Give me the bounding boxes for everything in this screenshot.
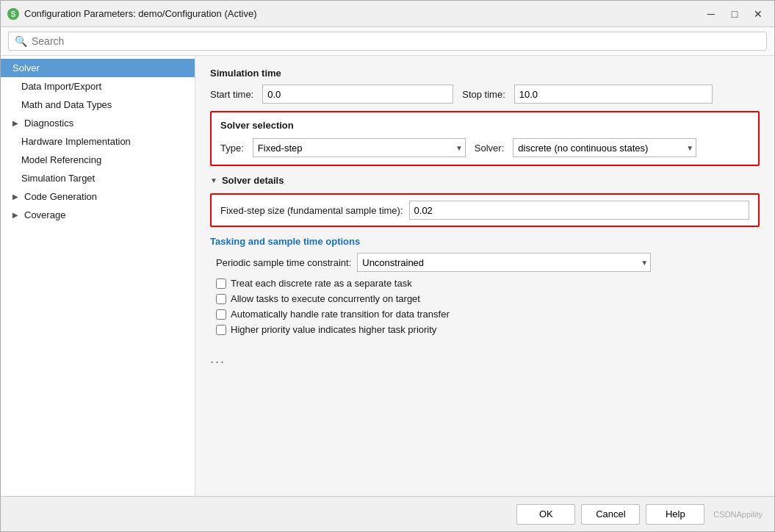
sidebar-item-simulation-target[interactable]: Simulation Target — [1, 169, 195, 187]
checkbox-priority[interactable] — [216, 325, 226, 335]
solver-details-header[interactable]: ▼ Solver details — [210, 175, 760, 186]
checkbox-row-1: Treat each discrete rate as a separate t… — [210, 278, 760, 289]
watermark: CSDNAppility — [713, 510, 763, 519]
minimize-button[interactable]: ─ — [701, 6, 721, 22]
simulation-time-title: Simulation time — [210, 68, 760, 79]
sidebar-item-hardware-impl[interactable]: Hardware Implementation — [1, 132, 195, 151]
tasking-title: Tasking and sample time options — [210, 236, 760, 247]
sidebar-item-model-referencing[interactable]: Model Referencing — [1, 151, 195, 169]
diagnostics-label: Diagnostics — [24, 118, 73, 129]
fixed-step-box: Fixed-step size (fundamental sample time… — [210, 193, 760, 227]
checkbox-rate-transition[interactable] — [216, 309, 226, 320]
stop-time-label: Stop time: — [462, 89, 505, 100]
data-import-label: Data Import/Export — [21, 81, 101, 92]
sim-target-label: Simulation Target — [21, 173, 95, 184]
start-time-input[interactable] — [262, 85, 453, 104]
solver-selection-row: Type: Fixed-step ▼ Solver: discrete (no … — [220, 138, 749, 157]
sidebar-item-code-generation[interactable]: ▶ Code Generation — [1, 187, 195, 206]
sidebar: Solver Data Import/Export Math and Data … — [1, 56, 195, 496]
main-content: Solver Data Import/Export Math and Data … — [1, 56, 774, 496]
main-panel: Simulation time Start time: Stop time: S… — [195, 56, 774, 496]
solver-details-title: Solver details — [222, 175, 284, 186]
stop-time-input[interactable] — [514, 85, 713, 104]
checkbox-row-3: Automatically handle rate transition for… — [210, 309, 760, 320]
sidebar-item-coverage[interactable]: ▶ Coverage — [1, 206, 195, 224]
ok-button[interactable]: OK — [516, 504, 575, 525]
sidebar-item-data-import-export[interactable]: Data Import/Export — [1, 77, 195, 96]
ellipsis: ... — [210, 344, 760, 374]
solver-details-arrow: ▼ — [210, 176, 217, 184]
close-button[interactable]: ✕ — [748, 6, 768, 22]
solver-label: Solver: — [475, 143, 504, 154]
type-select[interactable]: Fixed-step — [253, 138, 466, 157]
fixed-step-input[interactable] — [409, 201, 749, 220]
help-button[interactable]: Help — [646, 504, 704, 525]
diagnostics-arrow: ▶ — [12, 119, 21, 127]
svg-text:S: S — [11, 10, 16, 18]
app-icon: S — [7, 7, 20, 21]
code-gen-arrow: ▶ — [12, 193, 21, 201]
search-wrap: 🔍 — [8, 32, 767, 51]
checkbox1-label: Treat each discrete rate as a separate t… — [231, 278, 412, 289]
periodic-label: Periodic sample time constraint: — [216, 257, 351, 268]
type-select-wrap: Fixed-step ▼ — [253, 138, 466, 157]
window-title: Configuration Parameters: demo/Configura… — [24, 8, 696, 19]
checkbox-row-4: Higher priority value indicates higher t… — [210, 324, 760, 335]
checkbox-concurrent[interactable] — [216, 294, 226, 304]
math-data-label: Math and Data Types — [21, 99, 112, 110]
periodic-select-wrap: Unconstrained ▼ — [357, 253, 651, 272]
footer: OK Cancel Help CSDNAppility — [1, 496, 774, 531]
fixed-step-label: Fixed-step size (fundamental sample time… — [220, 205, 403, 216]
solver-select-wrap: discrete (no continuous states) ▼ — [513, 138, 696, 157]
solver-label: Solver — [12, 62, 40, 73]
checkbox4-label: Higher priority value indicates higher t… — [231, 324, 436, 335]
sidebar-item-solver[interactable]: Solver — [1, 59, 195, 77]
start-time-label: Start time: — [210, 89, 253, 100]
checkbox-discrete-rate[interactable] — [216, 278, 226, 289]
maximize-button[interactable]: □ — [724, 6, 745, 22]
sidebar-item-math-data-types[interactable]: Math and Data Types — [1, 96, 195, 114]
hardware-label: Hardware Implementation — [21, 136, 131, 147]
type-label: Type: — [220, 143, 244, 154]
solver-select[interactable]: discrete (no continuous states) — [513, 138, 696, 157]
checkbox-row-2: Allow tasks to execute concurrently on t… — [210, 293, 760, 304]
title-bar: S Configuration Parameters: demo/Configu… — [1, 1, 774, 27]
search-bar: 🔍 — [1, 27, 774, 56]
code-gen-label: Code Generation — [24, 191, 97, 202]
tasking-section: Tasking and sample time options Periodic… — [210, 236, 760, 335]
search-input[interactable] — [32, 35, 760, 47]
coverage-arrow: ▶ — [12, 211, 21, 219]
solver-selection-box: Solver selection Type: Fixed-step ▼ Solv… — [210, 111, 760, 166]
simulation-time-row: Start time: Stop time: — [210, 85, 760, 104]
coverage-label: Coverage — [24, 209, 65, 220]
sidebar-item-diagnostics[interactable]: ▶ Diagnostics — [1, 114, 195, 132]
periodic-select[interactable]: Unconstrained — [357, 253, 651, 272]
search-icon: 🔍 — [15, 35, 27, 47]
checkbox3-label: Automatically handle rate transition for… — [231, 309, 450, 320]
checkbox2-label: Allow tasks to execute concurrently on t… — [231, 293, 420, 304]
model-ref-label: Model Referencing — [21, 154, 101, 165]
cancel-button[interactable]: Cancel — [581, 504, 640, 525]
main-window: S Configuration Parameters: demo/Configu… — [0, 0, 775, 532]
window-controls: ─ □ ✕ — [701, 6, 768, 22]
periodic-row: Periodic sample time constraint: Unconst… — [210, 253, 760, 272]
solver-details-section: ▼ Solver details Fixed-step size (fundam… — [210, 175, 760, 335]
solver-selection-title: Solver selection — [220, 120, 749, 131]
